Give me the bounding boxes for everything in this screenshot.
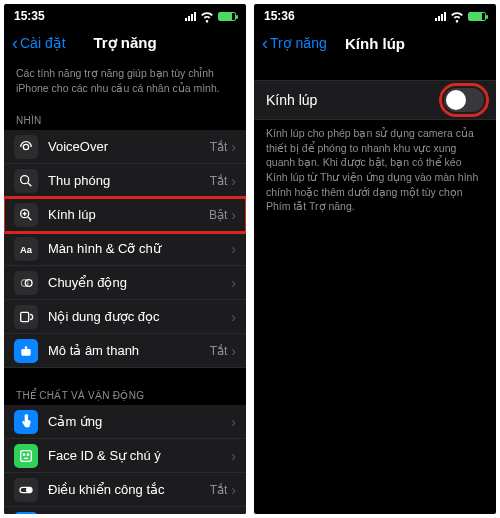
svg-line-4 bbox=[28, 217, 31, 220]
chevron-right-icon: › bbox=[231, 448, 236, 464]
group-header-physical: THỂ CHẤT VÀ VẬN ĐỘNG bbox=[4, 380, 246, 405]
row-label: Nội dung được đọc bbox=[48, 309, 231, 324]
wifi-icon bbox=[449, 8, 465, 24]
svg-rect-11 bbox=[21, 349, 30, 356]
signal-icon bbox=[185, 12, 196, 21]
back-label: Trợ năng bbox=[270, 35, 327, 51]
row-touch[interactable]: Cảm ứng › bbox=[4, 405, 246, 439]
wifi-icon bbox=[199, 8, 215, 24]
clock: 15:36 bbox=[264, 9, 295, 23]
chevron-right-icon: › bbox=[231, 343, 236, 359]
row-state: Bật bbox=[209, 208, 227, 222]
signal-icon bbox=[435, 12, 446, 21]
toggle-label: Kính lúp bbox=[266, 92, 444, 108]
chevron-right-icon: › bbox=[231, 482, 236, 498]
row-label: Thu phóng bbox=[48, 173, 210, 188]
spoken-content-icon bbox=[14, 305, 38, 329]
row-label: Kính lúp bbox=[48, 207, 209, 222]
svg-text:Aa: Aa bbox=[20, 245, 33, 255]
row-label: Mô tả âm thanh bbox=[48, 343, 210, 358]
row-audio-desc[interactable]: Mô tả âm thanh Tắt › bbox=[4, 334, 246, 368]
chevron-left-icon: ‹ bbox=[12, 34, 18, 52]
row-magnifier[interactable]: Kính lúp Bật › bbox=[4, 198, 246, 232]
switch-control-icon bbox=[14, 478, 38, 502]
row-motion[interactable]: Chuyển động › bbox=[4, 266, 246, 300]
row-label: Màn hình & Cỡ chữ bbox=[48, 241, 231, 256]
page-title: Kính lúp bbox=[345, 35, 405, 52]
back-label: Cài đặt bbox=[20, 35, 66, 51]
nav-bar: ‹Trợ năng Kính lúp bbox=[254, 26, 496, 60]
row-label: Cảm ứng bbox=[48, 414, 231, 429]
chevron-right-icon: › bbox=[231, 139, 236, 155]
magnifier-toggle-row: Kính lúp bbox=[254, 80, 496, 120]
chevron-right-icon: › bbox=[231, 207, 236, 223]
row-state: Tắt bbox=[210, 174, 228, 188]
chevron-right-icon: › bbox=[231, 173, 236, 189]
row-state: Tắt bbox=[210, 140, 228, 154]
svg-point-0 bbox=[23, 144, 28, 149]
svg-point-15 bbox=[27, 454, 28, 455]
voice-control-icon bbox=[14, 512, 38, 514]
clock: 15:35 bbox=[14, 9, 45, 23]
svg-line-2 bbox=[28, 183, 31, 186]
nav-bar: ‹Cài đặt Trợ năng bbox=[4, 26, 246, 60]
motion-icon bbox=[14, 271, 38, 295]
status-right bbox=[185, 8, 236, 24]
row-state: Tắt bbox=[210, 483, 228, 497]
magnifier-toggle[interactable] bbox=[444, 88, 484, 112]
row-voiceover[interactable]: VoiceOver Tắt › bbox=[4, 130, 246, 164]
row-state: Tắt bbox=[210, 344, 228, 358]
back-button[interactable]: ‹Trợ năng bbox=[262, 34, 327, 52]
page-title: Trợ năng bbox=[93, 34, 156, 52]
row-display-text[interactable]: Aa Màn hình & Cỡ chữ › bbox=[4, 232, 246, 266]
row-label: Face ID & Sự chú ý bbox=[48, 448, 231, 463]
status-bar: 15:35 bbox=[4, 4, 246, 26]
row-label: Chuyển động bbox=[48, 275, 231, 290]
chevron-right-icon: › bbox=[231, 241, 236, 257]
status-bar: 15:36 bbox=[254, 4, 496, 26]
row-label: Điều khiển công tắc bbox=[48, 482, 210, 497]
chevron-left-icon: ‹ bbox=[262, 34, 268, 52]
voiceover-icon bbox=[14, 135, 38, 159]
svg-point-12 bbox=[25, 346, 28, 349]
description: Các tính năng trợ năng giúp bạn tùy chỉn… bbox=[4, 60, 246, 105]
display-text-icon: Aa bbox=[14, 237, 38, 261]
row-faceid[interactable]: Face ID & Sự chú ý › bbox=[4, 439, 246, 473]
svg-point-14 bbox=[23, 454, 24, 455]
row-zoom[interactable]: Thu phóng Tắt › bbox=[4, 164, 246, 198]
row-voice-control[interactable]: Khẩu lệnh Tắt › bbox=[4, 507, 246, 514]
row-switch-control[interactable]: Điều khiển công tắc Tắt › bbox=[4, 473, 246, 507]
svg-rect-10 bbox=[21, 312, 29, 321]
faceid-icon bbox=[14, 444, 38, 468]
status-right bbox=[435, 8, 486, 24]
chevron-right-icon: › bbox=[231, 309, 236, 325]
screen-accessibility: 15:35 ‹Cài đặt Trợ năng Các tính năng tr… bbox=[4, 4, 246, 514]
svg-point-1 bbox=[21, 176, 29, 184]
touch-icon bbox=[14, 410, 38, 434]
svg-point-17 bbox=[27, 488, 31, 492]
magnifier-description: Kính lúp cho phép bạn sử dụng camera của… bbox=[254, 120, 496, 224]
row-spoken-content[interactable]: Nội dung được đọc › bbox=[4, 300, 246, 334]
zoom-icon bbox=[14, 169, 38, 193]
chevron-right-icon: › bbox=[231, 275, 236, 291]
battery-icon bbox=[218, 12, 236, 21]
row-label: VoiceOver bbox=[48, 139, 210, 154]
chevron-right-icon: › bbox=[231, 414, 236, 430]
back-button[interactable]: ‹Cài đặt bbox=[12, 34, 66, 52]
battery-icon bbox=[468, 12, 486, 21]
svg-rect-13 bbox=[21, 451, 32, 462]
screen-magnifier: 15:36 ‹Trợ năng Kính lúp Kính lúp Kính l… bbox=[254, 4, 496, 514]
group-header-vision: NHÌN bbox=[4, 105, 246, 130]
audio-desc-icon bbox=[14, 339, 38, 363]
magnifier-icon bbox=[14, 203, 38, 227]
